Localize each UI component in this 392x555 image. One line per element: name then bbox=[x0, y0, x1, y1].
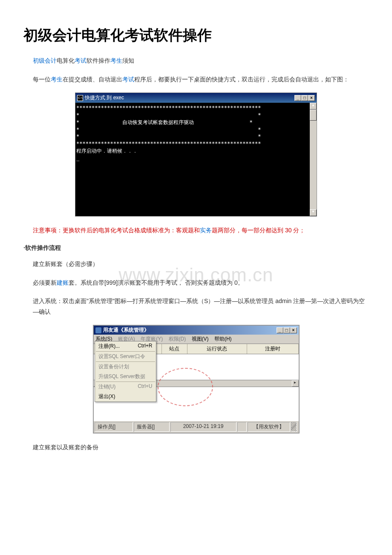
scroll-thumb[interactable] bbox=[310, 110, 317, 121]
scroll-track[interactable] bbox=[310, 121, 317, 209]
minimize-button[interactable]: _ bbox=[277, 327, 283, 333]
system-dropdown-menu: 注册(R)...Ctrl+R 设置SQL Server口令 设置备份计划 升级S… bbox=[95, 341, 156, 402]
app-icon bbox=[95, 327, 101, 333]
cmd-titlebar: C:\ 快捷方式 到 exec _□× bbox=[75, 93, 317, 103]
scroll-right-button[interactable]: ► bbox=[292, 380, 299, 387]
notice-red-text: 题两部分，每一部分都达到 30 分； bbox=[212, 227, 305, 234]
maximize-button[interactable]: □ bbox=[301, 95, 308, 101]
annotation-circle bbox=[158, 368, 213, 406]
link-create-account[interactable]: 建账 bbox=[57, 279, 69, 286]
app-titlebar: 用友通《系统管理》 _□× bbox=[94, 326, 299, 335]
text: 程序后，都要执行一下桌面的快捷方式，双击运行，完成后会自动退出，如下图： bbox=[134, 76, 349, 83]
menu-view[interactable]: 视图(V) bbox=[192, 336, 209, 342]
notice-red-text: 注意事项：更换软件后的电算化考试合格成绩标准为：客观题和 bbox=[33, 227, 200, 234]
cmd-window: C:\ 快捷方式 到 exec _□× ********************… bbox=[75, 92, 317, 217]
status-time: 2007-10-21 19:19 bbox=[170, 422, 236, 432]
paragraph: 建立账套以及账套的备份 bbox=[23, 442, 369, 453]
close-button[interactable]: × bbox=[308, 95, 315, 101]
paragraph: 必须要新建账套。系统自带[999]演示账套不能用于考试， 否则实务题成绩为 0。 bbox=[23, 278, 369, 288]
maximize-button[interactable]: □ bbox=[283, 327, 290, 333]
app-window: 用友通《系统管理》 _□× 系统(S) 账套(A) 年度账(Y) 权限(D) 视… bbox=[93, 325, 300, 434]
status-server: 服务器[] bbox=[134, 422, 170, 432]
text: 须知 bbox=[122, 57, 134, 64]
paragraph: 进入系统：双击桌面"系统管理"图标—打开系统管理窗口—系统（S）—注册—以系统管… bbox=[23, 296, 369, 317]
cmd-icon: C:\ bbox=[77, 95, 83, 101]
paragraph: 建立新账套（必需步骤） bbox=[23, 259, 369, 269]
link-junior-accounting[interactable]: 初级会计 bbox=[33, 57, 57, 64]
cmd-window-title: 快捷方式 到 exec bbox=[85, 94, 124, 101]
close-button[interactable]: × bbox=[290, 327, 297, 333]
minimize-button[interactable]: _ bbox=[294, 95, 301, 101]
app-window-title: 用友通《系统管理》 bbox=[103, 327, 149, 334]
menu-help[interactable]: 帮助(H) bbox=[214, 336, 232, 342]
table-header-status: 运行状态 bbox=[187, 344, 247, 354]
table-header-station: 站点 bbox=[162, 344, 187, 354]
document-content: 初级会计电算化考试软件操作 初级会计电算化考试软件操作考生须知 每一位考生在提交… bbox=[23, 26, 369, 453]
notice-paragraph: 注意事项：更换软件后的电算化考试合格成绩标准为：客观题和实务题两部分，每一部分都… bbox=[23, 225, 369, 236]
text: 每一位 bbox=[33, 76, 51, 83]
menu-item-exit[interactable]: 退出(X) bbox=[95, 392, 156, 402]
link-candidate[interactable]: 考生 bbox=[110, 57, 122, 64]
link-practice[interactable]: 实务 bbox=[200, 227, 212, 234]
section-heading: ·软件操作流程 bbox=[23, 244, 369, 252]
text: 在提交成绩、自动退出 bbox=[63, 76, 122, 83]
resize-grip[interactable] bbox=[291, 422, 297, 432]
menu-item-register[interactable]: 注册(R)...Ctrl+R bbox=[95, 341, 156, 351]
window-control-buttons: _□× bbox=[277, 327, 297, 333]
status-operator: 操作员[] bbox=[95, 422, 133, 432]
menu-item-sql-cmd[interactable]: 设置SQL Server口令 bbox=[95, 352, 156, 361]
menu-item-logout[interactable]: 注销(U)Ctrl+U bbox=[95, 382, 156, 392]
status-software: 【用友软件】 bbox=[248, 422, 290, 432]
scroll-up-button[interactable]: ▲ bbox=[310, 103, 317, 110]
menu-item-upgrade-sql[interactable]: 升级SQL Server数据 bbox=[95, 372, 156, 382]
menu-item-backup-plan[interactable]: 设置备份计划 bbox=[95, 362, 156, 372]
cmd-output: ****************************************… bbox=[75, 103, 310, 216]
text: 软件操作 bbox=[86, 57, 110, 64]
status-blank bbox=[237, 422, 247, 432]
scrollbar[interactable]: ▲ ▼ bbox=[310, 103, 317, 216]
intro-paragraph: 每一位考生在提交成绩、自动退出考试程序后，都要执行一下桌面的快捷方式，双击运行，… bbox=[23, 74, 369, 85]
link-exam[interactable]: 考试 bbox=[122, 76, 134, 83]
menu-auth[interactable]: 权限(D) bbox=[169, 336, 186, 342]
window-control-buttons: _□× bbox=[294, 95, 315, 101]
cmd-body: ****************************************… bbox=[75, 103, 317, 216]
statusbar: 操作员[] 服务器[] 2007-10-21 19:19 【用友软件】 bbox=[94, 421, 299, 433]
sub-title: 初级会计电算化考试软件操作考生须知 bbox=[23, 57, 369, 65]
text: 套。系统自带[999]演示账套不能用于考试， 否则实务题成绩为 0。 bbox=[69, 279, 244, 286]
link-candidate[interactable]: 考生 bbox=[51, 76, 63, 83]
scroll-down-button[interactable]: ▼ bbox=[310, 209, 317, 216]
table-header-regtime: 注册时 bbox=[247, 344, 299, 354]
page-title: 初级会计电算化考试软件操作 bbox=[23, 26, 369, 45]
text: 必须要新 bbox=[33, 279, 57, 286]
link-exam[interactable]: 考试 bbox=[75, 57, 86, 64]
text: 电算化 bbox=[57, 57, 75, 64]
